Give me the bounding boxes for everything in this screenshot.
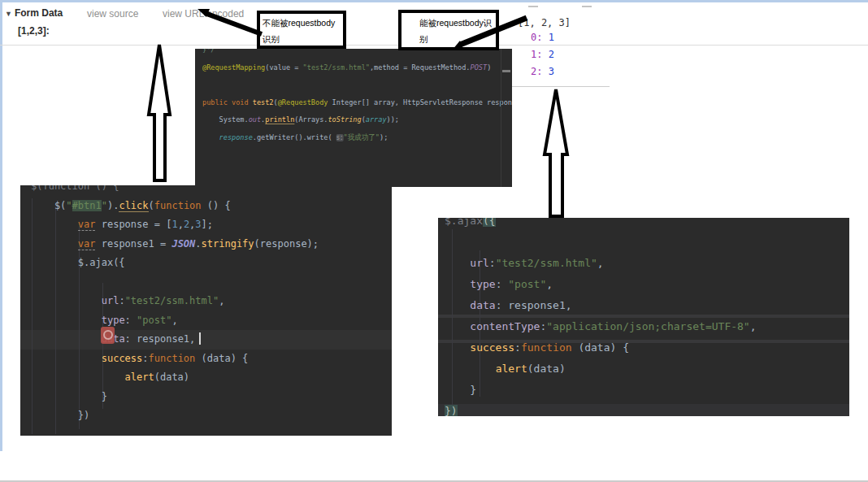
form-data-header[interactable]: ▼Form Data bbox=[5, 7, 63, 19]
json-entry: 0: 1 bbox=[531, 32, 554, 43]
search-marker-icon bbox=[101, 327, 115, 344]
preview-cut-text-fragment bbox=[582, 6, 592, 7]
view-source-link[interactable]: view source bbox=[87, 8, 138, 20]
json-entry-key: 1: bbox=[531, 49, 542, 60]
js-code-right: $.ajax({ url:"test2/ssm.html", type: "po… bbox=[438, 218, 849, 416]
js-editor-right[interactable]: $.ajax({ url:"test2/ssm.html", type: "po… bbox=[438, 218, 849, 416]
window-top-border bbox=[0, 0, 868, 2]
js-editor-left[interactable]: $(function () { $("#btn1").click(functio… bbox=[20, 185, 392, 436]
java-code: }*/@RequestMapping(value = "test2/ssm.ht… bbox=[195, 49, 480, 145]
scrollbar-track bbox=[501, 49, 501, 187]
view-url-encoded-link[interactable]: view URL encoded bbox=[163, 8, 244, 20]
json-entry-key: 2: bbox=[531, 66, 542, 77]
json-array-summary[interactable]: [1, 2, 3] bbox=[518, 17, 571, 28]
preview-divider-line bbox=[510, 86, 610, 87]
text-caret bbox=[199, 332, 201, 345]
json-entry-key: 0: bbox=[531, 32, 542, 43]
json-entry: 1: 2 bbox=[531, 49, 554, 60]
java-editor[interactable]: }*/@RequestMapping(value = "test2/ssm.ht… bbox=[195, 49, 512, 187]
js-code-left: $(function () { $("#btn1").click(functio… bbox=[20, 185, 392, 426]
annotation-box-left: 不能被requestbody识别 bbox=[257, 11, 346, 49]
json-entry: 2: 3 bbox=[531, 66, 554, 77]
magnifier-icon bbox=[103, 330, 113, 340]
json-entry-value: 1 bbox=[549, 32, 554, 43]
preview-cut-text-fragment bbox=[528, 6, 538, 7]
json-entry-value: 2 bbox=[549, 49, 554, 60]
up-arrow-icon-left bbox=[149, 45, 170, 180]
annotation-box-right: 能被requestbody识别 bbox=[398, 10, 499, 50]
up-arrow-icon-right bbox=[545, 89, 567, 216]
form-data-label: Form Data bbox=[15, 7, 63, 19]
form-data-value: [1,2,3]: bbox=[18, 25, 50, 37]
window-left-border bbox=[0, 2, 2, 451]
page: ▼Form Data view source view URL encoded … bbox=[0, 0, 868, 482]
scrollbar-thumb[interactable] bbox=[502, 70, 510, 72]
disclosure-triangle-icon[interactable]: ▼ bbox=[5, 10, 12, 18]
json-entry-value: 3 bbox=[549, 66, 554, 77]
